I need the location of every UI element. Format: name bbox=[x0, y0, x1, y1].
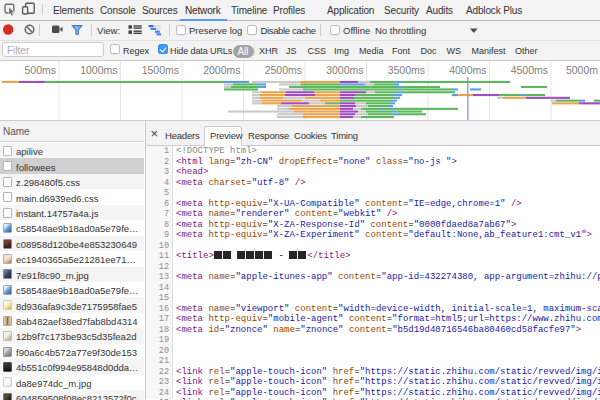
svg-text:4500ms: 4500ms bbox=[511, 64, 548, 76]
svg-text:2000ms: 2000ms bbox=[203, 64, 240, 76]
svg-text:3000ms: 3000ms bbox=[326, 64, 363, 76]
svg-text:5000m: 5000m bbox=[566, 64, 598, 76]
svg-text:1000ms: 1000ms bbox=[80, 64, 117, 76]
svg-text:1500ms: 1500ms bbox=[142, 64, 179, 76]
svg-text:500ms: 500ms bbox=[24, 64, 56, 76]
svg-text:4000ms: 4000ms bbox=[449, 64, 486, 76]
svg-text:3500ms: 3500ms bbox=[388, 64, 425, 76]
svg-text:2500ms: 2500ms bbox=[265, 64, 302, 76]
